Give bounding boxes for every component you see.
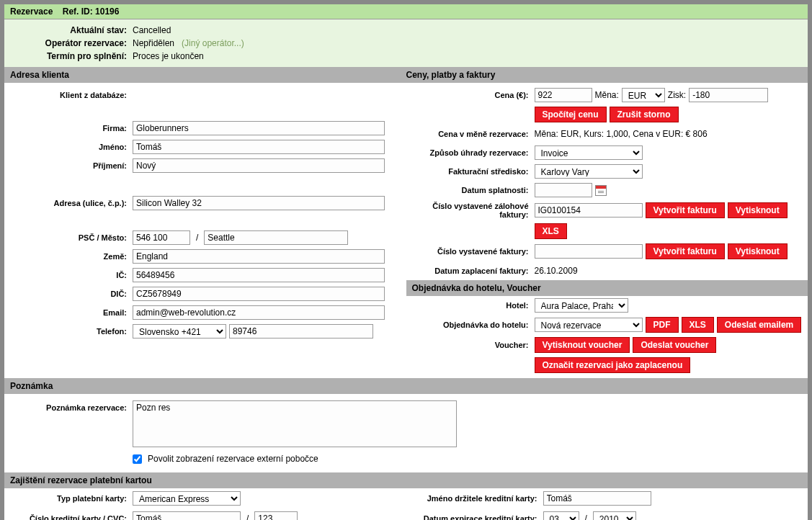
title-prefix: Rezervace bbox=[10, 6, 53, 17]
btn-cancel-storno[interactable]: Zrušit storno bbox=[610, 107, 679, 122]
operator-value: Nepřidělen bbox=[133, 38, 174, 48]
hotel-select[interactable]: Aura Palace, Praha bbox=[535, 298, 628, 313]
section-client: Adresa klienta bbox=[10, 70, 406, 80]
phone-input[interactable] bbox=[229, 324, 373, 339]
allow-external-checkbox[interactable] bbox=[133, 454, 142, 464]
payment-select[interactable]: Invoice bbox=[535, 145, 643, 160]
btn-pdf[interactable]: PDF bbox=[646, 317, 679, 333]
note-label: Poznámka rezervace: bbox=[10, 400, 133, 412]
profit-input[interactable] bbox=[689, 88, 768, 102]
deadline-value: Proces je ukončen bbox=[133, 51, 802, 61]
note-textarea[interactable]: Pozn res bbox=[133, 400, 457, 447]
operator-change-link[interactable]: (Jiný operátor...) bbox=[182, 38, 244, 48]
currency-label: Měna: bbox=[595, 90, 619, 100]
payment-label: Způsob úhrady rezervace: bbox=[412, 148, 535, 157]
country-input[interactable] bbox=[133, 249, 385, 264]
ic-input[interactable] bbox=[133, 268, 385, 282]
firstname-input[interactable] bbox=[133, 140, 385, 154]
section-prices: Ceny, platby a faktury bbox=[406, 70, 803, 80]
calendar-icon[interactable] bbox=[595, 185, 607, 196]
price-input[interactable] bbox=[535, 88, 592, 102]
btn-create-advance-invoice[interactable]: Vytvořit fakturu bbox=[646, 202, 725, 218]
currency-select[interactable]: EUR bbox=[622, 88, 665, 102]
zipcity-label: PSČ / Město: bbox=[10, 233, 133, 242]
lastname-label: Příjmení: bbox=[10, 161, 133, 170]
res-currency-text: Měna: EUR, Kurs: 1,000, Cena v EUR: € 80… bbox=[535, 129, 803, 139]
due-label: Datum splatnosti: bbox=[412, 186, 535, 194]
operator-label: Operátor rezervace: bbox=[10, 38, 133, 48]
phone-label: Telefon: bbox=[10, 327, 133, 336]
phone-prefix-select[interactable]: Slovensko +421 bbox=[133, 324, 226, 339]
res-currency-label: Cena v měně rezervace: bbox=[412, 130, 535, 138]
city-input[interactable] bbox=[204, 230, 348, 245]
btn-xls-order[interactable]: XLS bbox=[682, 317, 714, 333]
ref-id: 10196 bbox=[95, 6, 119, 17]
btn-print-invoice[interactable]: Vytisknout bbox=[728, 243, 788, 259]
btn-print-voucher[interactable]: Vytisknout voucher bbox=[535, 337, 630, 353]
zip-input[interactable] bbox=[133, 230, 190, 245]
btn-xls-advance[interactable]: XLS bbox=[535, 223, 567, 239]
cc-type-label: Typ platební karty: bbox=[10, 494, 133, 503]
price-label: Cena (€): bbox=[412, 91, 535, 99]
invoice-label: Číslo vystavené faktury: bbox=[412, 247, 535, 256]
btn-send-email[interactable]: Odeslat emailem bbox=[717, 317, 801, 333]
profit-label: Zisk: bbox=[668, 90, 686, 100]
client-db-label: Klient z databáze: bbox=[10, 91, 133, 99]
deadline-label: Termín pro splnění: bbox=[10, 51, 133, 61]
cc-type-select[interactable]: American Express bbox=[133, 491, 241, 506]
cc-exp-month-select[interactable]: 03 bbox=[543, 511, 579, 520]
cc-exp-label: Datum expirace kreditní karty: bbox=[406, 514, 543, 520]
btn-calc-price[interactable]: Spočítej cenu bbox=[535, 107, 607, 122]
cc-number-input[interactable] bbox=[133, 511, 241, 520]
voucher-label: Voucher: bbox=[412, 341, 535, 349]
order-select[interactable]: Nová rezervace bbox=[535, 318, 643, 332]
dic-label: DIČ: bbox=[10, 290, 133, 298]
dic-input[interactable] bbox=[133, 287, 385, 301]
section-cc: Zajištění rezervace platební kartou bbox=[10, 475, 152, 485]
btn-print-advance[interactable]: Vytisknout bbox=[728, 202, 788, 218]
center-select[interactable]: Karlovy Vary bbox=[535, 164, 643, 179]
country-label: Země: bbox=[10, 252, 133, 261]
company-label: Firma: bbox=[10, 124, 133, 133]
center-label: Fakturační středisko: bbox=[412, 167, 535, 176]
status-label: Aktuální stav: bbox=[10, 25, 133, 35]
status-value: Cancelled bbox=[133, 25, 802, 35]
btn-mark-paid[interactable]: Označit rezervaci jako zaplacenou bbox=[535, 357, 691, 373]
ic-label: IČ: bbox=[10, 271, 133, 279]
allow-external-label: Povolit zobrazení rezervace externí pobo… bbox=[148, 454, 318, 464]
due-input[interactable] bbox=[535, 183, 592, 197]
cc-cvc-input[interactable] bbox=[254, 511, 298, 520]
cc-number-label: Číslo kreditní karty / CVC: bbox=[10, 514, 133, 520]
lastname-input[interactable] bbox=[133, 158, 385, 173]
advance-label: Číslo vystavené zálohové faktury: bbox=[412, 202, 535, 219]
invoice-input[interactable] bbox=[535, 244, 643, 259]
cc-holder-label: Jméno držitele kreditní karty: bbox=[406, 494, 543, 503]
paid-label: Datum zaplacení faktury: bbox=[412, 266, 535, 275]
firstname-label: Jméno: bbox=[10, 143, 133, 151]
advance-input[interactable] bbox=[535, 203, 643, 218]
cc-holder-input[interactable] bbox=[543, 491, 651, 506]
section-order: Objednávka do hotelu, Voucher bbox=[412, 283, 541, 293]
address-label: Adresa (ulice, č.p.): bbox=[10, 199, 133, 207]
paid-value: 26.10.2009 bbox=[535, 266, 803, 276]
email-label: Email: bbox=[10, 308, 133, 317]
address-input[interactable] bbox=[133, 196, 385, 210]
order-label: Objednávka do hotelu: bbox=[412, 320, 535, 329]
section-note: Poznámka bbox=[10, 381, 53, 391]
ref-label: Ref. ID: bbox=[63, 6, 93, 17]
btn-send-voucher[interactable]: Odeslat voucher bbox=[633, 337, 716, 353]
hotel-label: Hotel: bbox=[412, 301, 535, 310]
company-input[interactable] bbox=[133, 121, 385, 135]
btn-create-invoice[interactable]: Vytvořit fakturu bbox=[646, 243, 725, 259]
cc-exp-year-select[interactable]: 2010 bbox=[593, 511, 636, 520]
email-input[interactable] bbox=[133, 305, 385, 320]
